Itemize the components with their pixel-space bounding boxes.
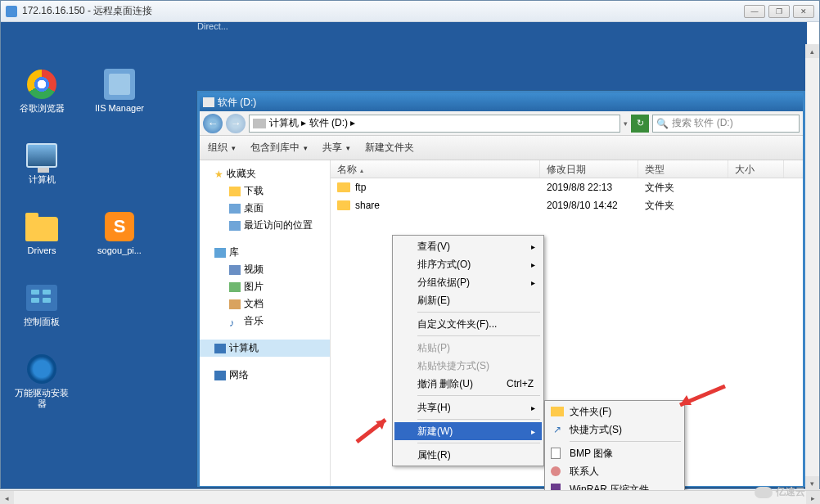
nav-pictures[interactable]: 图片 <box>200 278 330 295</box>
desktop-icon-sogou[interactable]: Ssogou_pi... <box>91 209 148 256</box>
network-icon <box>214 371 226 380</box>
rdc-titlebar[interactable]: 172.16.16.150 - 远程桌面连接 — ❐ ✕ <box>1 1 819 22</box>
ctx-new-shortcut[interactable]: 快捷方式(S) <box>547 421 683 439</box>
icon-label: Drivers <box>13 245 70 256</box>
ctx-customize[interactable]: 自定义文件夹(F)... <box>394 315 542 333</box>
remote-desktop[interactable]: Direct... 谷歌浏览器 IIS Manager 计算机 Drivers … <box>1 22 807 488</box>
ctx-new-bmp[interactable]: BMP 图像 <box>547 444 683 462</box>
scroll-down-button[interactable]: ▾ <box>805 476 819 490</box>
folder-icon <box>337 182 350 192</box>
desktop-icon-drivers[interactable]: Drivers <box>13 209 70 256</box>
drive-icon <box>203 97 214 107</box>
ctx-sort[interactable]: 排序方式(O)▸ <box>394 255 542 273</box>
separator <box>417 443 540 443</box>
ctx-undo[interactable]: 撤消 删除(U)Ctrl+Z <box>394 375 542 393</box>
computer-icon <box>214 344 226 353</box>
search-placeholder: 搜索 软件 (D:) <box>672 116 733 130</box>
address-bar: ← → 计算机 ▸ 软件 (D:) ▸ ▾ ↻ 🔍 搜索 软件 (D:) <box>200 111 803 136</box>
star-icon: ★ <box>214 169 223 180</box>
nav-favorites[interactable]: ★收藏夹 <box>200 165 330 182</box>
desktop-icon-universal-driver[interactable]: 万能驱动安装器 <box>13 352 70 409</box>
nav-computer[interactable]: 计算机 <box>200 340 330 357</box>
nav-music[interactable]: ♪音乐 <box>200 313 330 330</box>
nav-videos[interactable]: 视频 <box>200 261 330 278</box>
col-type[interactable]: 类型 <box>638 160 728 178</box>
share-button[interactable]: 共享 <box>322 141 350 155</box>
context-menu[interactable]: 查看(V)▸ 排序方式(O)▸ 分组依据(P)▸ 刷新(E) 自定义文件夹(F)… <box>392 235 544 466</box>
search-input[interactable]: 🔍 搜索 软件 (D:) <box>652 115 800 133</box>
search-icon: 🔍 <box>656 118 669 129</box>
nav-recent[interactable]: 最近访问的位置 <box>200 217 330 234</box>
refresh-button[interactable]: ↻ <box>631 115 649 133</box>
close-button[interactable]: ✕ <box>793 5 814 18</box>
chevron-right-icon: ▸ <box>531 278 535 287</box>
contact-icon <box>551 466 561 476</box>
ctx-refresh[interactable]: 刷新(E) <box>394 291 542 309</box>
breadcrumb-box[interactable]: 计算机 ▸ 软件 (D:) ▸ <box>249 115 620 133</box>
shortcut-label: Ctrl+Z <box>507 378 534 389</box>
scrollbar-vertical[interactable]: ▴ ▾ <box>805 44 819 490</box>
ctx-view[interactable]: 查看(V)▸ <box>394 237 542 255</box>
minimize-button[interactable]: — <box>744 5 765 18</box>
icon-label: 谷歌浏览器 <box>13 103 70 114</box>
desktop-icon-control[interactable]: 控制面板 <box>13 281 70 327</box>
chevron-right-icon: ▸ <box>531 242 535 251</box>
icon-label: 万能驱动安装器 <box>13 388 70 409</box>
recent-icon <box>229 221 241 231</box>
ctx-paste-shortcut: 粘贴快捷方式(S) <box>394 357 542 375</box>
ctx-share[interactable]: 共享(H)▸ <box>394 398 542 416</box>
rdc-window: 172.16.16.150 - 远程桌面连接 — ❐ ✕ Direct... 谷… <box>0 0 820 489</box>
chevron-right-icon: ▸ <box>531 403 535 412</box>
icon-label: IIS Manager <box>91 103 148 114</box>
scroll-right-button[interactable]: ▸ <box>806 491 820 504</box>
icon-label: 控制面板 <box>13 317 70 327</box>
desktop-icon-chrome[interactable]: 谷歌浏览器 <box>13 67 70 114</box>
include-library-button[interactable]: 包含到库中 <box>250 141 308 155</box>
window-controls: — ❐ ✕ <box>744 5 814 18</box>
desktop-icon-computer[interactable]: 计算机 <box>13 138 70 185</box>
scroll-up-button[interactable]: ▴ <box>805 44 819 58</box>
folder-icon <box>25 217 58 241</box>
chevron-right-icon: ▸ <box>531 427 535 436</box>
video-icon <box>229 265 241 275</box>
organize-button[interactable]: 组织 <box>208 141 236 155</box>
context-submenu-new[interactable]: 文件夹(F) 快捷方式(S) BMP 图像 联系人 WinRAR 压缩文件 RT… <box>544 400 685 490</box>
file-row-ftp[interactable]: ftp 2019/8/8 22:13 文件夹 <box>331 178 803 196</box>
forward-button[interactable]: → <box>226 114 246 133</box>
nav-pane[interactable]: ★收藏夹 下载 桌面 最近访问的位置 库 视频 图片 文档 ♪音乐 <box>200 160 331 486</box>
nav-documents[interactable]: 文档 <box>200 295 330 313</box>
nav-desktop[interactable]: 桌面 <box>200 200 330 217</box>
ctx-properties[interactable]: 属性(R) <box>394 446 542 464</box>
nav-library[interactable]: 库 <box>200 244 330 261</box>
scroll-left-button[interactable]: ◂ <box>0 491 14 504</box>
desktop-icons: 谷歌浏览器 IIS Manager 计算机 Drivers Ssogou_pi.… <box>13 67 152 409</box>
explorer-toolbar: 组织 包含到库中 共享 新建文件夹 <box>200 136 803 160</box>
new-folder-button[interactable]: 新建文件夹 <box>365 141 414 155</box>
separator <box>417 312 540 313</box>
back-button[interactable]: ← <box>203 114 223 133</box>
desktop-icon-iis[interactable]: IIS Manager <box>91 67 148 114</box>
computer-icon <box>26 143 57 168</box>
maximize-button[interactable]: ❐ <box>768 5 790 18</box>
explorer-titlebar[interactable]: 软件 (D:) <box>200 93 803 111</box>
ctx-new-contact[interactable]: 联系人 <box>547 462 683 480</box>
col-name[interactable]: 名称 <box>331 160 540 178</box>
explorer-title: 软件 (D:) <box>218 96 256 110</box>
ctx-paste: 粘贴(P) <box>394 339 542 357</box>
col-date[interactable]: 修改日期 <box>540 160 638 178</box>
ctx-new-folder[interactable]: 文件夹(F) <box>547 403 683 421</box>
ctx-group[interactable]: 分组依据(P)▸ <box>394 273 542 291</box>
col-size[interactable]: 大小 <box>728 160 784 178</box>
separator <box>417 335 540 336</box>
icon-label: 计算机 <box>13 174 70 185</box>
sogou-icon: S <box>105 212 134 241</box>
nav-network[interactable]: 网络 <box>200 367 330 384</box>
scrollbar-horizontal[interactable]: ◂ ▸ <box>0 490 820 504</box>
nav-downloads[interactable]: 下载 <box>200 182 330 200</box>
ctx-new-winrar[interactable]: WinRAR 压缩文件 <box>547 480 683 490</box>
ctx-new[interactable]: 新建(W)▸ <box>394 422 542 440</box>
breadcrumb-text: 计算机 ▸ 软件 (D:) ▸ <box>269 116 355 130</box>
file-row-share[interactable]: share 2019/8/10 14:42 文件夹 <box>331 196 803 214</box>
control-panel-icon <box>26 285 57 311</box>
partial-text: Direct... <box>197 22 228 31</box>
